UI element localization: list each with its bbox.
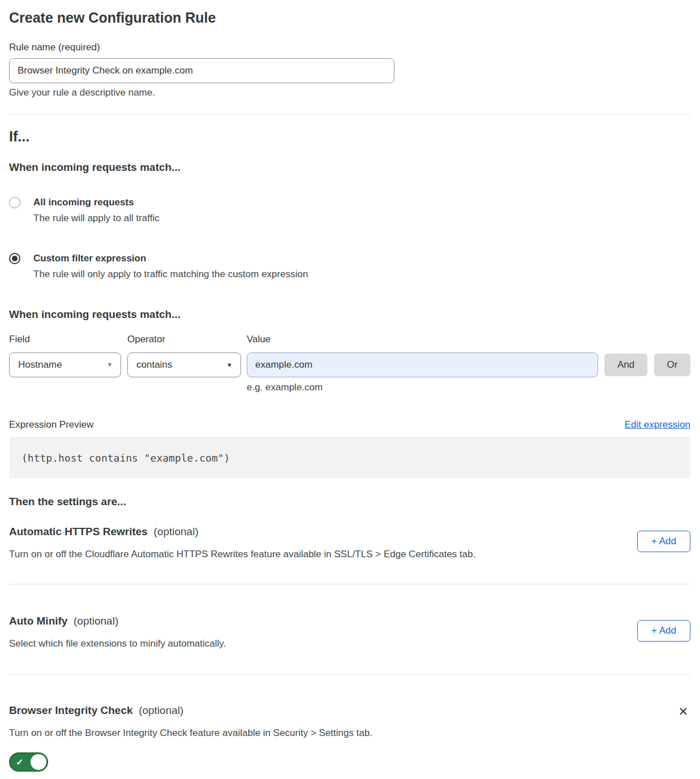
setting-automatic-https-rewrites: Automatic HTTPS Rewrites (optional) Turn…	[9, 525, 690, 560]
and-button[interactable]: And	[604, 354, 647, 376]
or-button[interactable]: Or	[654, 354, 690, 376]
setting-description: Select which file extensions to minify a…	[9, 638, 226, 649]
add-auto-minify-button[interactable]: + Add	[637, 620, 690, 642]
setting-title-text: Automatic HTTPS Rewrites	[9, 526, 148, 537]
setting-description: Turn on or off the Browser Integrity Che…	[9, 728, 372, 739]
radio-unselected-icon[interactable]	[9, 197, 20, 208]
value-input[interactable]	[247, 352, 598, 377]
setting-title-text: Browser Integrity Check	[9, 704, 133, 716]
operator-select-value: contains	[136, 359, 172, 371]
value-helper: e.g. example.com	[247, 382, 690, 393]
then-settings-heading: Then the settings are...	[9, 495, 690, 509]
browser-integrity-check-toggle[interactable]: ✓	[9, 752, 48, 772]
operator-select[interactable]: contains ▼	[127, 352, 241, 377]
radio-custom-filter-expression-label: Custom filter expression	[33, 253, 308, 264]
expression-builder-row: Hostname ▼ contains ▼ And Or	[9, 352, 690, 377]
operator-label: Operator	[127, 334, 241, 345]
expression-preview-code: (http.host contains "example.com")	[9, 437, 690, 479]
rule-name-helper: Give your rule a descriptive name.	[9, 87, 690, 98]
setting-title: Automatic HTTPS Rewrites (optional)	[9, 525, 475, 539]
close-icon[interactable]: ✕	[676, 705, 690, 718]
chevron-down-icon: ▼	[107, 362, 113, 368]
setting-optional-text: (optional)	[139, 704, 183, 716]
radio-all-incoming-requests-description: The rule will apply to all traffic	[33, 213, 160, 224]
setting-text-block: Browser Integrity Check (optional) Turn …	[9, 704, 372, 774]
radio-all-incoming-requests-label: All incoming requests	[33, 197, 160, 208]
setting-description: Turn on or off the Cloudflare Automatic …	[9, 549, 475, 560]
setting-optional-text: (optional)	[74, 615, 118, 627]
if-heading: If...	[9, 128, 690, 145]
radio-custom-filter-expression-description: The rule will only apply to traffic matc…	[33, 269, 308, 280]
page-title: Create new Configuration Rule	[9, 9, 690, 26]
field-label: Field	[9, 334, 121, 345]
expression-code-text: (http.host contains "example.com")	[22, 452, 230, 464]
chevron-down-icon: ▼	[226, 362, 233, 368]
setting-auto-minify: Auto Minify (optional) Select which file…	[9, 614, 690, 649]
setting-title-text: Auto Minify	[9, 615, 67, 627]
field-select-value: Hostname	[18, 359, 62, 371]
add-automatic-https-rewrites-button[interactable]: + Add	[637, 531, 690, 552]
rule-name-input[interactable]	[9, 58, 394, 83]
section-divider	[9, 674, 690, 675]
create-configuration-rule-form: Create new Configuration Rule Rule name …	[0, 0, 700, 779]
radio-custom-filter-expression[interactable]: Custom filter expression The rule will o…	[9, 253, 690, 280]
section-divider	[9, 114, 690, 114]
incoming-requests-match-heading: When incoming requests match...	[9, 161, 690, 174]
section-divider	[9, 584, 690, 584]
edit-expression-link[interactable]: Edit expression	[625, 419, 690, 431]
expression-builder-labels: Field Operator Value	[9, 334, 690, 345]
radio-all-incoming-requests[interactable]: All incoming requests The rule will appl…	[9, 197, 690, 224]
setting-optional-text: (optional)	[154, 526, 199, 537]
check-icon: ✓	[16, 757, 23, 768]
field-select[interactable]: Hostname ▼	[9, 352, 121, 377]
setting-title: Browser Integrity Check (optional)	[9, 704, 372, 717]
setting-text-block: Auto Minify (optional) Select which file…	[9, 614, 226, 649]
setting-text-block: Automatic HTTPS Rewrites (optional) Turn…	[9, 525, 475, 560]
rule-name-label: Rule name (required)	[9, 42, 690, 53]
expression-preview-header: Expression Preview Edit expression	[9, 419, 690, 431]
setting-browser-integrity-check: Browser Integrity Check (optional) Turn …	[9, 704, 690, 774]
toggle-knob[interactable]	[31, 754, 46, 770]
setting-title: Auto Minify (optional)	[9, 614, 226, 628]
value-label: Value	[247, 334, 598, 345]
radio-selected-icon[interactable]	[9, 253, 20, 264]
expression-builder-heading: When incoming requests match...	[9, 308, 690, 321]
expression-preview-label: Expression Preview	[9, 419, 93, 431]
